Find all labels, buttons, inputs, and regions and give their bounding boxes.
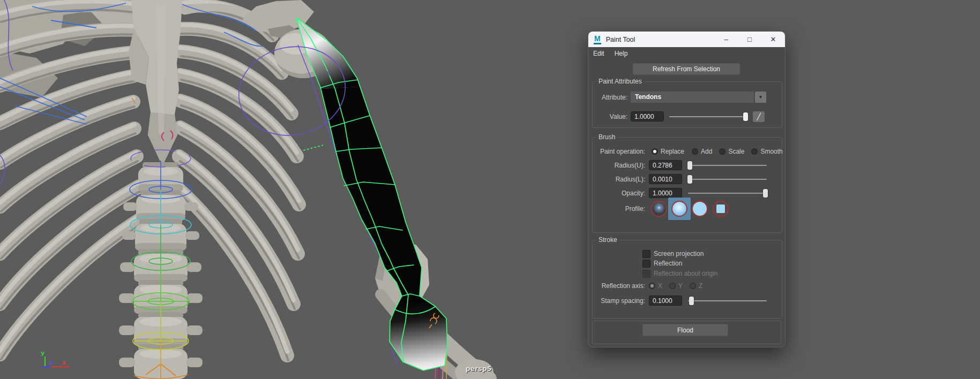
reflection-axis-y-radio [669, 283, 676, 289]
profile-square-wrap [713, 198, 729, 220]
radius-l-label: Radius(L): [588, 176, 649, 183]
attribute-dropdown[interactable]: Tendons [631, 92, 754, 103]
reflection-label: Reflection [654, 260, 682, 267]
paint-op-add-radio[interactable] [692, 148, 698, 155]
menu-help[interactable]: Help [615, 50, 628, 57]
paint-attributes-section-label: Paint Attributes [596, 78, 644, 85]
opacity-slider-handle[interactable] [763, 189, 768, 198]
menu-edit[interactable]: Edit [593, 50, 604, 57]
value-slider-handle[interactable] [743, 112, 748, 121]
viewport-3d[interactable]: y z x persp5 persp5 [0, 0, 980, 379]
screen-projection-label: Screen projection [654, 250, 704, 257]
reflection-checkbox[interactable] [642, 260, 650, 268]
attribute-label: Attribute: [588, 94, 631, 101]
stamp-spacing-field[interactable] [649, 295, 682, 306]
soft-brush-icon[interactable] [671, 201, 687, 217]
camera-label: persp5 [466, 365, 492, 373]
reflection-axis-label: Reflection axis: [588, 282, 649, 290]
reflection-about-origin-checkbox [642, 270, 650, 278]
menu-bar: Edit Help [588, 47, 785, 60]
radius-u-field[interactable] [649, 160, 682, 170]
stamp-spacing-label: Stamp spacing: [588, 297, 649, 305]
profile-solid-wrap [692, 198, 708, 220]
square-brush-icon[interactable] [713, 201, 729, 217]
reflection-axis-z-radio [690, 283, 696, 289]
paint-op-scale-radio[interactable] [719, 148, 725, 155]
value-field[interactable] [631, 111, 664, 122]
reflection-about-origin-label: Reflection about origin [654, 270, 717, 277]
radius-l-field[interactable] [649, 174, 682, 184]
maya-app-icon: M [594, 35, 601, 44]
paint-operation-label: Paint operation: [588, 148, 649, 155]
axis-x-label: x [62, 359, 66, 366]
paint-op-add-label: Add [701, 148, 712, 155]
reflection-axis-x-radio [649, 283, 655, 289]
paint-op-scale-label: Scale [728, 148, 744, 155]
minimize-icon[interactable]: – [714, 32, 738, 47]
stroke-section-label: Stroke [596, 236, 619, 244]
chevron-down-icon[interactable]: ▼ [755, 92, 766, 103]
paint-op-replace-label: Replace [661, 148, 684, 155]
paint-tool-window: M Paint Tool – □ ✕ Edit Help Refresh Fro… [588, 31, 786, 347]
gaussian-brush-icon[interactable] [651, 201, 667, 217]
profile-gaussian-wrap [651, 198, 667, 220]
stamp-spacing-slider-handle[interactable] [689, 297, 694, 305]
reflection-axis-x-label: X [658, 282, 662, 290]
profile-soft-wrap [668, 198, 691, 220]
paint-op-smooth-label: Smooth [760, 148, 782, 155]
close-icon[interactable]: ✕ [761, 32, 785, 47]
solid-brush-icon[interactable] [692, 201, 708, 217]
stamp-spacing-slider[interactable] [688, 297, 767, 305]
paint-op-smooth-radio[interactable] [751, 148, 758, 155]
maximize-icon[interactable]: □ [738, 32, 761, 47]
title-bar[interactable]: M Paint Tool – □ ✕ [588, 32, 785, 47]
axis-y-label: y [41, 350, 44, 357]
radius-l-slider[interactable] [688, 175, 767, 184]
value-slider[interactable] [669, 112, 749, 121]
brush-section-label: Brush [596, 133, 617, 141]
radius-u-slider[interactable] [688, 161, 767, 170]
maya-application: y z x persp5 persp5 M Paint Tool – □ ✕ E… [0, 0, 980, 379]
flood-button[interactable]: Flood [642, 324, 728, 336]
refresh-from-selection-button[interactable]: Refresh From Selection [633, 63, 740, 75]
radius-l-slider-handle[interactable] [687, 175, 692, 184]
screen-projection-checkbox[interactable] [642, 250, 650, 258]
window-title: Paint Tool [606, 36, 635, 43]
axis-z-label: z [49, 359, 53, 366]
reflection-axis-z-label: Z [699, 282, 702, 290]
reflection-axis-y-label: Y [678, 282, 683, 290]
radius-u-label: Radius(U): [588, 162, 649, 169]
radius-u-slider-handle[interactable] [687, 161, 692, 170]
profile-label: Profile: [588, 205, 649, 213]
pencil-icon[interactable]: ╱ [753, 111, 765, 122]
paint-op-replace-radio[interactable] [652, 148, 658, 155]
value-label: Value: [588, 113, 631, 120]
